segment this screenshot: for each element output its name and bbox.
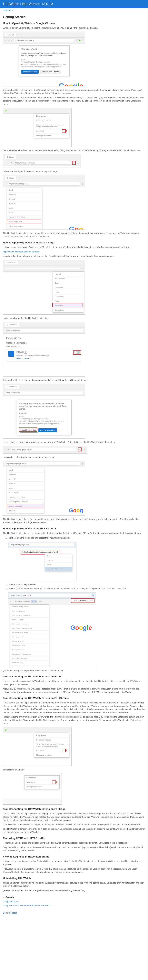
ctx-translate[interactable]: Translate to English bbox=[7, 215, 42, 220]
ectx-hw[interactable]: Open HttpWatch bbox=[7, 504, 44, 509]
dialog-can: It can: bbox=[21, 59, 67, 61]
screenshot-chrome-context: G Google ← https://www.google.co.uk ◉ Ba… bbox=[3, 175, 85, 230]
menu-help[interactable]: Help bbox=[38, 600, 42, 602]
remove-from-chrome-button[interactable]: Remove from Chrome bbox=[40, 70, 61, 74]
remove-extension-button[interactable]: Remove extension bbox=[38, 428, 57, 433]
close-icon: × bbox=[18, 33, 18, 35]
confirm-can: It can: bbox=[19, 415, 69, 418]
menu-fav[interactable]: Favorites bbox=[23, 600, 30, 602]
edge-coll[interactable]: Collections bbox=[53, 308, 84, 312]
ectx-inspect[interactable]: Inspect bbox=[7, 509, 44, 513]
ectx-collections[interactable]: Add page to Collections bbox=[7, 500, 44, 504]
url-bar: https://www.google.co.uk bbox=[5, 462, 81, 466]
confirm-text: Another programme on your computer added… bbox=[19, 402, 67, 410]
send-feedback-link[interactable]: Send feedback bbox=[3, 912, 145, 914]
manage-ext[interactable]: Manage extensions bbox=[34, 753, 69, 757]
ectx-saveas[interactable]: Save as bbox=[7, 482, 44, 486]
httpwatch-icon[interactable]: ◉ bbox=[82, 463, 83, 465]
ie-method-2: Use the shortcut key Shift+F2. bbox=[8, 583, 145, 586]
tools-inprivate[interactable]: InPrivate Browsing bbox=[10, 609, 49, 613]
ectx-back[interactable]: Back bbox=[7, 468, 44, 473]
edge-newwin[interactable]: New window bbox=[53, 276, 84, 281]
ext-httpwatch-item[interactable]: HttpWatch 📌 ⋮ bbox=[34, 129, 69, 134]
ctx-source[interactable]: View page source bbox=[7, 224, 42, 229]
tools-reopen[interactable]: Reopen last browsing session bbox=[10, 626, 49, 630]
tools-addstart[interactable]: Add site to Start menu bbox=[10, 630, 49, 635]
edge-newtab[interactable]: New tab bbox=[53, 272, 84, 276]
url-bar: https://www.google.co.uk bbox=[13, 161, 71, 165]
page-title: HttpWatch Help Version 13.0.13 bbox=[3, 2, 145, 6]
ctx-reload[interactable]: Reload bbox=[7, 197, 42, 202]
menu-icon: ⋮ bbox=[8, 110, 10, 112]
p-uninstall-1: You can uninstall HttpWatch by going to … bbox=[3, 881, 145, 888]
ctx-saveas[interactable]: Save as... bbox=[7, 202, 42, 206]
h3-open-edge: How to Open HttpWatch in Microsoft Edge bbox=[3, 241, 145, 244]
menu-icon: ⋯ bbox=[82, 267, 83, 269]
ectx-refresh[interactable]: Refresh bbox=[7, 477, 44, 482]
tools-popup[interactable]: Pop-up Blocker bbox=[10, 639, 49, 643]
enable-extension-button[interactable]: Enable extension bbox=[21, 70, 39, 74]
tools-subfeed: Subscribe to this feed... bbox=[10, 656, 49, 661]
tools-smart[interactable]: SmartScreen Filter bbox=[10, 643, 49, 648]
details-link[interactable]: Details bbox=[16, 358, 22, 360]
edge-download-link[interactable]: https://www.microsoft.com/en-us/edge bbox=[3, 250, 40, 253]
menu-file[interactable]: File bbox=[10, 600, 13, 602]
menu-tools[interactable]: Tools bbox=[31, 600, 37, 603]
tools-viewdl[interactable]: View downloads bbox=[10, 635, 49, 639]
dialog-b2: • Read and change all your data on the w… bbox=[21, 63, 67, 66]
manage-ext[interactable]: Manage extensions bbox=[24, 784, 59, 789]
edge-apps[interactable]: Apps bbox=[53, 299, 84, 304]
remove-link[interactable]: Remove bbox=[24, 358, 30, 360]
p-edge-7: The HttpWatch extension is then opened i… bbox=[3, 518, 145, 524]
menu-edit[interactable]: Edit bbox=[14, 600, 17, 602]
httpwatch-label: HttpWatch bbox=[36, 130, 45, 132]
p-chrome-2: Click on Enable Extension and HttpWatch … bbox=[3, 88, 145, 95]
see-also-link-1[interactable]: Using HttpWatch bbox=[3, 900, 145, 904]
menu-icon: ⋯ bbox=[84, 449, 86, 450]
ctx-cast[interactable]: Cast... bbox=[7, 210, 42, 215]
ext-menu-title: Extensions bbox=[24, 776, 59, 780]
ctx-forward: Forward bbox=[7, 192, 42, 197]
tools-delete[interactable]: Delete browsing history... bbox=[10, 605, 49, 609]
edge-zoom[interactable]: Zoom bbox=[53, 281, 84, 285]
tools-feeddisc[interactable]: Feed discovery bbox=[10, 661, 49, 665]
ectx-read[interactable]: Read aloud bbox=[7, 491, 44, 495]
ctx-inspect[interactable]: Inspect bbox=[7, 229, 42, 230]
httpwatch-icon[interactable]: ◉ bbox=[82, 183, 83, 185]
p-ts-edge-2: If HttpWatch was installed while Edge wa… bbox=[3, 823, 145, 826]
dialog-b3: • Communicate with cooperating native ap… bbox=[21, 66, 67, 68]
forward-icon: → bbox=[8, 40, 10, 41]
tools-perf[interactable]: Performance dashboard bbox=[10, 665, 49, 667]
edge-dl[interactable]: Downloads bbox=[53, 294, 84, 299]
tools-addons[interactable]: Manage add-ons bbox=[10, 648, 49, 652]
ctx-print[interactable]: Print... bbox=[7, 206, 42, 210]
tools-fix[interactable]: Fix connection problems bbox=[10, 622, 49, 626]
tools-activex[interactable]: ActiveX Filtering bbox=[10, 617, 49, 622]
ext-no-access-desc: These extensions don't need to see and c… bbox=[34, 742, 69, 748]
ext-httpwatch-item[interactable]: HttpWatch 📌 bbox=[34, 748, 69, 753]
google-logo: Google bbox=[70, 624, 92, 631]
h3-ts-ie: Troubleshooting the HttpWatch Extension … bbox=[3, 675, 145, 678]
ext-httpwatch-item[interactable]: HttpWatch 📌 bbox=[24, 780, 59, 784]
ctx-back[interactable]: Back bbox=[7, 188, 42, 192]
see-also-heading: ▲See Also bbox=[3, 896, 145, 899]
edge-history[interactable]: History bbox=[53, 290, 84, 294]
ext-menu-title: Extensions bbox=[34, 733, 69, 738]
ectx-print[interactable]: Print bbox=[7, 486, 44, 491]
confirm-name: HttpWatch bbox=[19, 412, 69, 415]
menu-view[interactable]: View bbox=[18, 600, 22, 602]
edge-ext[interactable]: Extensions bbox=[53, 304, 84, 308]
p-chrome-3: In later versions of Chrome (version 87 … bbox=[3, 96, 145, 106]
tools-tracking[interactable]: Turn on Tracking Protection bbox=[10, 613, 49, 617]
edge-fav[interactable]: Favourites bbox=[53, 285, 84, 290]
ie-method-1: Right click on the web page and select t… bbox=[8, 536, 145, 540]
ext-installed: Installed extensions bbox=[6, 342, 82, 344]
help-index-link[interactable]: Help Index bbox=[3, 9, 13, 11]
manage-ext[interactable]: Manage extensions bbox=[34, 134, 69, 138]
p-viewing-1: HttpWatch logs can be opened in a file b… bbox=[3, 860, 145, 866]
tab-ext: ⚙ Extensions bbox=[5, 385, 19, 388]
see-also-link-2[interactable]: Using HttpWatch with Internet Explorer V… bbox=[3, 904, 145, 908]
ectx-translate[interactable]: Translate to English bbox=[7, 495, 44, 500]
tools-compat[interactable]: Compatibility View settings bbox=[10, 652, 49, 656]
ext-no-access: No access needed bbox=[34, 738, 69, 742]
